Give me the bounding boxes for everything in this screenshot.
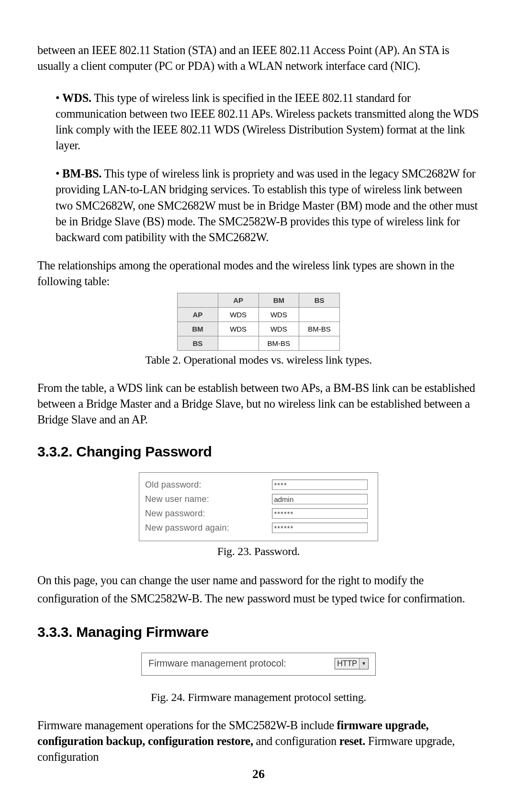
firmware-protocol-select[interactable]: HTTP ▼	[335, 658, 369, 669]
fw-text-pre: Firmware management operations for the S…	[37, 719, 337, 732]
table-header: BM	[258, 293, 299, 307]
heading-managing-firmware: 3.3.3. Managing Firmware	[37, 624, 480, 640]
table-cell	[218, 336, 258, 350]
table-cell	[299, 307, 340, 322]
paragraph-table-follow: From the table, a WDS link can be establ…	[37, 380, 480, 427]
old-password-input[interactable]	[272, 479, 368, 490]
table-cell: WDS	[258, 322, 299, 336]
bullet-bmbs: • BM-BS. This type of wireless link is p…	[56, 166, 480, 245]
table-row: AP BM BS	[178, 293, 340, 307]
password-form-screenshot: Old password: New user name: New passwor…	[139, 472, 378, 541]
password-row: New user name:	[145, 492, 372, 506]
paragraph-password-desc: On this page, you can change the user na…	[37, 571, 480, 608]
new-password-again-input[interactable]	[272, 523, 368, 533]
table-rowhead: BS	[178, 336, 218, 350]
table-cell	[299, 336, 340, 350]
paragraph-table-lead: The relationships among the operational …	[37, 257, 480, 289]
new-username-label: New user name:	[145, 494, 272, 504]
page-number: 26	[0, 767, 517, 781]
table-rowhead: AP	[178, 307, 218, 322]
new-password-input[interactable]	[272, 508, 368, 519]
table-header: BS	[299, 293, 340, 307]
chevron-down-icon: ▼	[359, 658, 368, 669]
table-header: AP	[218, 293, 258, 307]
table-rowhead: BM	[178, 322, 218, 336]
table-row: BS BM-BS	[178, 336, 340, 350]
modes-table: AP BM BS AP WDS WDS BM WDS WDS BM-BS BS …	[177, 293, 340, 351]
table-cell: WDS	[258, 307, 299, 322]
bullet-wds-label: WDS.	[62, 91, 91, 104]
old-password-label: Old password:	[145, 480, 272, 490]
bullet-bmbs-text: This type of wireless link is propriety …	[56, 167, 478, 243]
paragraph-intro: between an IEEE 802.11 Station (STA) and…	[37, 42, 480, 74]
bullet-list: • WDS. This type of wireless link is spe…	[37, 90, 480, 245]
password-row: New password again:	[145, 521, 372, 535]
password-row: Old password:	[145, 478, 372, 492]
bullet-wds-text: This type of wireless link is specified …	[56, 91, 479, 152]
table-row: AP WDS WDS	[178, 307, 340, 322]
firmware-protocol-value: HTTP	[337, 659, 359, 668]
table-cell: BM-BS	[299, 322, 340, 336]
new-username-input[interactable]	[272, 494, 368, 504]
modes-table-wrap: AP BM BS AP WDS WDS BM WDS WDS BM-BS BS …	[177, 293, 340, 351]
table-cell: WDS	[218, 322, 258, 336]
document-page: between an IEEE 802.11 Station (STA) and…	[0, 0, 517, 812]
table-header	[178, 293, 218, 307]
password-row: New password:	[145, 506, 372, 521]
table-row: BM WDS WDS BM-BS	[178, 322, 340, 336]
fw-text-mid: and configuration	[253, 734, 339, 747]
firmware-protocol-label: Firmware management protocol:	[148, 658, 286, 669]
table-cell: BM-BS	[258, 336, 299, 350]
bullet-bmbs-label: BM-BS.	[62, 167, 101, 180]
table-cell: WDS	[218, 307, 258, 322]
new-password-again-label: New password again:	[145, 523, 272, 533]
figure-caption-password: Fig. 23. Password.	[37, 545, 480, 558]
heading-changing-password: 3.3.2. Changing Password	[37, 444, 480, 460]
figure-caption-firmware: Fig. 24. Firmware management protocol se…	[37, 691, 480, 704]
firmware-form-screenshot: Firmware management protocol: HTTP ▼	[141, 653, 376, 676]
table-caption: Table 2. Operational modes vs. wireless …	[37, 354, 480, 367]
bullet-wds: • WDS. This type of wireless link is spe…	[56, 90, 480, 153]
paragraph-firmware-desc: Firmware management operations for the S…	[37, 717, 480, 765]
new-password-label: New password:	[145, 509, 272, 519]
fw-text-bold2: reset.	[339, 734, 365, 747]
